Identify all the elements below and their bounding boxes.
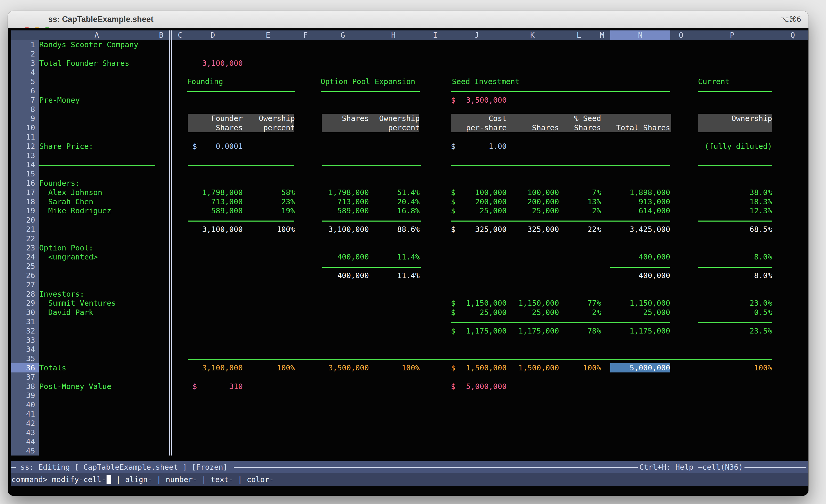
cell-text[interactable]: Summit Ventures	[48, 299, 116, 308]
cell-text[interactable]: $	[451, 197, 455, 206]
cell-text[interactable]: 2%	[592, 308, 601, 317]
cell-text[interactable]: David Park	[48, 308, 94, 317]
cell-text[interactable]: % Seed	[574, 114, 601, 123]
cell-text[interactable]: 13%	[588, 197, 601, 206]
cell-text[interactable]: 100,000	[528, 188, 559, 197]
cell-text[interactable]: 11.4%	[397, 271, 420, 280]
cell-text[interactable]: 913,000	[639, 197, 670, 206]
cell-text[interactable]: Mike Rodriguez	[48, 206, 111, 215]
cell-text[interactable]: $	[451, 225, 455, 234]
cell-text[interactable]: 3,100,000	[202, 225, 243, 234]
cell-text[interactable]: 18.3%	[750, 197, 772, 206]
cell-text[interactable]: $	[451, 382, 455, 391]
command-bar[interactable]: command> modify-cell- | align- | number-…	[11, 473, 808, 486]
cell-text[interactable]: 1,175,000	[519, 326, 559, 335]
cell-text[interactable]: 20.4%	[397, 197, 420, 206]
cell-text[interactable]: 3,500,000	[466, 96, 507, 105]
cell-text[interactable]: 16.8%	[397, 206, 420, 215]
cell-text[interactable]: 1,175,000	[466, 326, 507, 335]
cell-text[interactable]: 200,000	[528, 197, 559, 206]
cell-text[interactable]: 1,898,000	[630, 188, 670, 197]
cell-text[interactable]: 12.3%	[750, 206, 772, 215]
cell-text[interactable]: 200,000	[475, 197, 507, 206]
cell-text[interactable]: Shares	[532, 123, 559, 132]
cell-text[interactable]: 23.5%	[750, 326, 772, 335]
cell-text[interactable]: 11.4%	[397, 252, 420, 261]
cell-text[interactable]: 19%	[282, 206, 295, 215]
cell-text[interactable]: percent	[263, 123, 295, 132]
cell-text[interactable]: 78%	[588, 326, 601, 335]
cell-text[interactable]: $	[451, 142, 455, 151]
cell-text[interactable]: Ownership	[731, 114, 772, 123]
cell-text[interactable]: 0.0001	[216, 142, 243, 151]
cell-text[interactable]: 3,100,000	[202, 59, 243, 68]
cell-text[interactable]: 400,000	[338, 252, 369, 261]
cell-text[interactable]: 100%	[754, 363, 772, 372]
cell-text[interactable]: Option Pool:	[39, 243, 94, 253]
cell-text[interactable]: per-share	[466, 123, 507, 132]
cell-text[interactable]: 2%	[592, 206, 601, 215]
cell-text[interactable]: 0.5%	[754, 308, 772, 317]
cell-text[interactable]: 88.6%	[397, 225, 420, 234]
cell-text[interactable]: Investors:	[39, 290, 84, 299]
cell-text[interactable]: 3,425,000	[630, 225, 670, 234]
cell-text[interactable]: 1,150,000	[466, 299, 507, 308]
cell-text[interactable]: 310	[229, 382, 243, 391]
cell-text[interactable]: Founders:	[39, 179, 80, 188]
cell-text[interactable]: Cost	[488, 114, 507, 123]
cell-text[interactable]: 1,150,000	[519, 299, 559, 308]
cell-text[interactable]: 325,000	[475, 225, 507, 234]
cell-text[interactable]: Ownership	[379, 114, 420, 123]
cell-text[interactable]: Totals	[39, 363, 66, 372]
cell-text[interactable]: 68.5%	[750, 225, 772, 234]
cell-text[interactable]: 7%	[592, 188, 601, 197]
cell-text[interactable]: Alex Johnson	[48, 188, 102, 197]
cell-text[interactable]: 100%	[277, 225, 295, 234]
cell-text[interactable]: Founding	[187, 77, 223, 86]
cell-text[interactable]: 25,000	[480, 206, 507, 215]
cell-text[interactable]: 400,000	[639, 271, 670, 280]
cell-text[interactable]: 1,798,000	[202, 188, 243, 197]
cell-text[interactable]: 589,000	[211, 206, 243, 215]
cell-text[interactable]: 5,000,000	[630, 363, 670, 372]
cell-text[interactable]: 8.0%	[754, 271, 772, 280]
cell-text[interactable]: Shares	[342, 114, 369, 123]
cell-text[interactable]: 713,000	[338, 197, 369, 206]
cell-text[interactable]: Total Shares	[616, 123, 670, 132]
cell-text[interactable]: 3,100,000	[329, 225, 369, 234]
cell-text[interactable]: Total Founder Shares	[39, 59, 129, 68]
cell-text[interactable]: 713,000	[211, 197, 243, 206]
cell-text[interactable]: 100%	[402, 363, 420, 372]
cell-text[interactable]: $	[451, 326, 455, 335]
cell-text[interactable]: 1,798,000	[329, 188, 369, 197]
command-menu-options[interactable]: | align- | number- | text- | color-	[112, 475, 274, 484]
cell-text[interactable]: 1,150,000	[630, 299, 670, 308]
cell-text[interactable]: 25,000	[532, 308, 559, 317]
cell-text[interactable]: 1,500,000	[466, 363, 507, 372]
cell-text[interactable]: $	[192, 142, 197, 151]
cell-text[interactable]: 3,500,000	[329, 363, 369, 372]
cell-text[interactable]: Shares	[216, 123, 243, 132]
cell-text[interactable]: 23%	[282, 197, 295, 206]
cell-text[interactable]: Shares	[574, 123, 601, 132]
cell-text[interactable]: 22%	[588, 225, 601, 234]
cell-text[interactable]: 38.0%	[750, 188, 772, 197]
cell-text[interactable]: Owership	[259, 114, 295, 123]
cell-text[interactable]: 1.00	[488, 142, 507, 151]
cell-text[interactable]: $	[451, 308, 455, 317]
cell-text[interactable]: 400,000	[639, 252, 670, 261]
cell-text[interactable]: (fully diluted)	[705, 142, 772, 151]
cell-text[interactable]: Pre-Money	[39, 96, 80, 105]
cell-text[interactable]: 100,000	[475, 188, 507, 197]
cell-text[interactable]: Sarah Chen	[48, 197, 94, 206]
cell-text[interactable]: 614,000	[639, 206, 670, 215]
cell-text[interactable]: 25,000	[643, 308, 670, 317]
cell-text[interactable]: percent	[388, 123, 420, 132]
cell-text[interactable]: 1,500,000	[519, 363, 559, 372]
cell-text[interactable]: $	[192, 382, 197, 391]
cell-text[interactable]: Randys Scooter Company	[39, 40, 138, 49]
cell-text[interactable]: Current	[698, 77, 729, 86]
cell-text[interactable]: 589,000	[338, 206, 369, 215]
cell-text[interactable]: Share Price:	[39, 142, 94, 151]
cell-text[interactable]: $	[451, 96, 455, 105]
